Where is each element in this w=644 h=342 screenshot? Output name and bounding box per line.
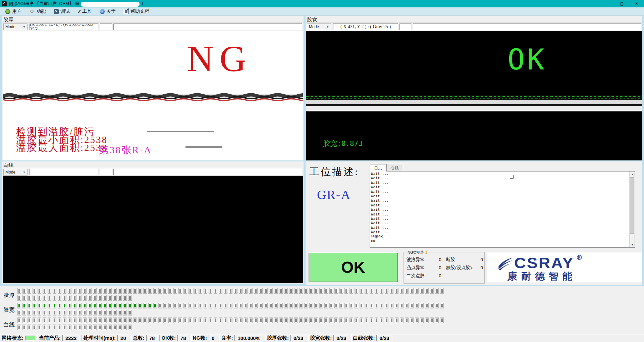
band-white	[306, 100, 642, 104]
baixian-image-view[interactable]	[3, 176, 303, 283]
indicator-cell	[128, 303, 132, 308]
jiaokuan-small-field[interactable]	[399, 23, 412, 30]
jiaokuan-wide-field[interactable]	[413, 23, 641, 30]
indicator-cell	[189, 303, 192, 308]
indicator-cell	[375, 317, 378, 323]
menu-item-tools[interactable]: 工具	[75, 8, 94, 15]
indicator-cell	[168, 317, 172, 323]
indicator-cell	[108, 325, 112, 330]
log-checkbox[interactable]	[510, 175, 514, 179]
indicator-cell	[339, 317, 343, 323]
log-line: Wait....	[370, 172, 635, 176]
maximize-button[interactable]: ▢	[614, 0, 629, 7]
jiaohou-mode-dropdown[interactable]: Mode▼	[3, 23, 28, 30]
indicator-cell	[309, 317, 313, 323]
tab-heartbeat[interactable]: 心跳	[386, 164, 403, 172]
indicator-cell	[17, 317, 21, 323]
menu-item-debug[interactable]: 调试	[51, 8, 72, 15]
indicator-cell	[17, 303, 21, 308]
baixian-coords-field[interactable]	[30, 169, 99, 176]
baixian-wide-field[interactable]	[113, 169, 302, 176]
indicator-cell	[395, 303, 398, 308]
indicator-cell	[28, 288, 31, 294]
indicator-cell	[219, 288, 222, 294]
indicator-cell	[103, 303, 107, 308]
close-button[interactable]: ✕	[629, 0, 644, 7]
smudge-mark	[185, 146, 222, 148]
jiaohou-image-view[interactable]: NG 检测到溢胶/脏污 溢胶最小面积:2538 溢胶最大面积:2538 第38张…	[3, 31, 303, 160]
indicator-row-白线-2	[17, 325, 132, 330]
indicator-cell	[153, 317, 157, 323]
indicator-cell	[113, 317, 117, 323]
indicator-cell	[143, 288, 147, 294]
indicator-cell	[375, 288, 378, 294]
indicator-cell	[375, 303, 378, 308]
baixian-mode-dropdown[interactable]: Mode▼	[3, 169, 28, 176]
log-scrollbar[interactable]: ▲ ▼	[629, 172, 635, 247]
ng-stat-value: 0	[477, 264, 483, 272]
indicator-cell	[73, 325, 76, 330]
about-icon	[100, 9, 105, 14]
indicator-cell	[284, 303, 288, 308]
indicator-cell	[405, 303, 409, 308]
log-list[interactable]: Wait....Wait....Wait....Wait....Wait....…	[370, 171, 635, 248]
indicator-cell	[279, 303, 283, 308]
panel-baixian: 白线 Mode▼	[2, 161, 304, 284]
band-white	[306, 106, 642, 111]
scrollbar-thumb[interactable]	[630, 177, 634, 234]
indicator-cell	[239, 317, 243, 323]
indicator-cell	[123, 325, 127, 330]
indicator-area: 胶厚胶宽白线	[0, 286, 644, 334]
indicator-cell	[400, 317, 404, 323]
statusbar-label: 当前产品:	[39, 335, 61, 341]
indicator-cell	[58, 325, 61, 330]
indicator-cell	[28, 303, 31, 308]
gear-icon: ⚙	[30, 9, 35, 14]
indicator-cell	[163, 317, 167, 323]
indicator-cell	[68, 303, 71, 308]
jiaokuan-mode-dropdown[interactable]: Mode▼	[307, 23, 331, 30]
indicator-cell	[123, 310, 127, 315]
scroll-up-icon[interactable]: ▲	[630, 172, 635, 177]
statusbar-value: 0/23	[376, 335, 392, 341]
indicator-cell	[440, 288, 444, 294]
band-line	[306, 111, 642, 112]
indicator-cell	[299, 317, 303, 323]
jiaohou-result-text: NG	[187, 40, 252, 77]
statusbar-item: 处理时间(ms):20	[82, 334, 130, 342]
scroll-down-icon[interactable]: ▼	[630, 242, 635, 247]
indicator-cell	[38, 325, 41, 330]
indicator-cell	[420, 303, 424, 308]
statusbar-label: OK数:	[161, 335, 176, 341]
indicator-cell	[103, 317, 107, 323]
indicator-cell	[435, 288, 439, 294]
indicator-cell	[73, 303, 76, 308]
indicator-cell	[259, 317, 263, 323]
indicator-cell	[148, 288, 152, 294]
tab-log[interactable]: 日志	[370, 164, 386, 172]
jiaokuan-coords-field[interactable]: ( X 431, Y 2 ) : ( Gray 25 )	[333, 23, 398, 30]
indicator-cell	[249, 303, 253, 308]
jiaohou-coords-field[interactable]: (X 398,Y 1272) : (R 255,G 255,B 255)	[30, 23, 99, 30]
redacted-scribble	[81, 2, 140, 7]
jiaohou-small-field[interactable]	[100, 23, 112, 30]
indicator-cell	[183, 288, 187, 294]
indicator-cell	[22, 317, 26, 323]
menu-item-user[interactable]: 用户	[3, 8, 24, 15]
statusbar-label: 良率:	[221, 335, 233, 341]
indicator-cell	[33, 288, 36, 294]
minimize-button[interactable]: —	[600, 0, 614, 7]
menu-item-help[interactable]: 帮助文档	[121, 8, 152, 15]
menu-item-about[interactable]: 关于	[97, 8, 118, 15]
ng-stat-label: 凸点异常:	[407, 264, 434, 272]
indicator-cell	[344, 288, 348, 294]
result-ok-button[interactable]: OK	[309, 253, 398, 282]
jiaohou-wide-field[interactable]	[113, 23, 302, 30]
indicator-cell	[284, 288, 288, 294]
indicator-cell	[83, 317, 87, 323]
menu-item-func[interactable]: ⚙功能	[27, 8, 48, 15]
indicator-cell	[189, 317, 192, 323]
baixian-small-field[interactable]	[100, 169, 112, 176]
jiaokuan-image-view[interactable]: OK 胶宽:0.873	[306, 31, 642, 160]
menu-item-label: 关于	[106, 8, 116, 14]
